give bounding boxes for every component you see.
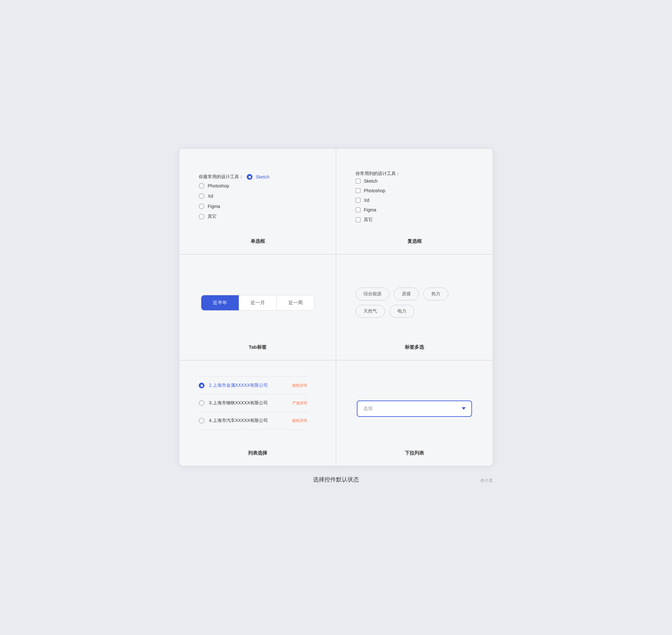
radio-header: 你最常用的设计工具： Sketch <box>199 174 269 180</box>
dropdown-select[interactable]: 选填 <box>357 400 472 417</box>
list-panel: 2.上海市金属XXXXX有限公司 能耗异常 3.上海市钢铁XXXXX有限公司 产… <box>179 360 336 466</box>
radio-circle-xd <box>199 193 204 199</box>
main-card: 你最常用的设计工具： Sketch Photoshop Xd <box>179 149 493 466</box>
tab-content: 近半年 近一月 近一周 <box>199 267 317 338</box>
tag-item-tianranqi[interactable]: 天然气 <box>355 305 385 318</box>
checkbox-label-other: 其它 <box>364 217 373 223</box>
checkbox-item-photoshop[interactable]: Photoshop <box>355 188 385 193</box>
radio-circle-photoshop <box>199 183 204 189</box>
checkbox-label-xd: Xd <box>364 198 369 203</box>
checkbox-box-other <box>355 217 361 222</box>
radio-item-sketch-inline[interactable]: Sketch <box>247 174 269 180</box>
radio-item-photoshop[interactable]: Photoshop <box>199 183 229 189</box>
radio-content: 你最常用的设计工具： Sketch Photoshop Xd <box>199 161 317 232</box>
list-item-name-3: 3.上海市钢铁XXXXX有限公司 <box>209 400 288 406</box>
checkbox-box-figma <box>355 207 361 213</box>
list-selection: 2.上海市金属XXXXX有限公司 能耗异常 3.上海市钢铁XXXXX有限公司 产… <box>199 376 307 430</box>
checkbox-label-photoshop: Photoshop <box>364 188 385 193</box>
dropdown-panel-label: 下拉列表 <box>355 450 473 456</box>
tag-group: 综合能源 原煤 热力 天然气 电力 <box>355 288 473 318</box>
tag-item-zhonghe[interactable]: 综合能源 <box>355 288 389 300</box>
checkbox-group: Sketch Photoshop Xd Figma <box>355 178 385 223</box>
checkbox-label-sketch: Sketch <box>364 178 377 183</box>
list-radio-2 <box>199 382 204 388</box>
list-item-4[interactable]: 4.上海市汽车XXXXX有限公司 能耗异常 <box>199 412 307 429</box>
checkbox-panel-label: 复选框 <box>355 238 473 244</box>
radio-question: 你最常用的设计工具： <box>199 174 243 180</box>
list-item-badge-4: 能耗异常 <box>292 418 307 423</box>
radio-item-other[interactable]: 其它 <box>199 214 229 219</box>
list-item-badge-3: 产值异常 <box>292 400 307 406</box>
list-panel-label: 列表选择 <box>199 450 317 456</box>
radio-item-figma[interactable]: Figma <box>199 203 229 209</box>
checkbox-item-other[interactable]: 其它 <box>355 217 385 223</box>
checkbox-box-xd <box>355 198 361 203</box>
tab-panel: 近半年 近一月 近一周 Tab标签 <box>179 254 336 360</box>
radio-label-xd: Xd <box>208 194 213 199</box>
tag-item-reli[interactable]: 热力 <box>424 288 448 300</box>
list-radio-4 <box>199 418 204 423</box>
radio-group: Photoshop Xd Figma 其它 <box>199 183 229 219</box>
list-content: 2.上海市金属XXXXX有限公司 能耗异常 3.上海市钢铁XXXXX有限公司 产… <box>199 373 317 444</box>
checkbox-item-xd[interactable]: Xd <box>355 198 385 203</box>
list-item-name-4: 4.上海市汽车XXXXX有限公司 <box>209 418 288 423</box>
tab-item-half-year[interactable]: 近半年 <box>201 295 239 310</box>
tag-panel-label: 标签多选 <box>355 344 473 350</box>
radio-circle-other <box>199 214 204 219</box>
radio-panel: 你最常用的设计工具： Sketch Photoshop Xd <box>179 149 336 254</box>
tag-panel: 综合能源 原煤 热力 天然气 电力 标签多选 <box>336 254 493 360</box>
checkbox-box-sketch <box>355 178 361 183</box>
dropdown-arrow-icon <box>462 407 465 410</box>
radio-label-photoshop: Photoshop <box>208 183 229 189</box>
tag-content: 综合能源 原煤 热力 天然气 电力 <box>355 267 473 338</box>
tab-panel-label: Tab标签 <box>199 344 317 350</box>
radio-item-xd[interactable]: Xd <box>199 193 229 199</box>
checkbox-item-figma[interactable]: Figma <box>355 207 385 213</box>
checkbox-question: 你常用到的设计工具： <box>355 171 400 177</box>
list-divider-bottom <box>199 429 307 430</box>
dropdown-placeholder: 选填 <box>363 406 373 412</box>
grid-layout: 你最常用的设计工具： Sketch Photoshop Xd <box>179 149 493 466</box>
radio-circle-figma <box>199 203 204 209</box>
list-item-name-2: 2.上海市金属XXXXX有限公司 <box>209 382 288 388</box>
radio-circle-sketch <box>247 174 253 180</box>
list-item-2[interactable]: 2.上海市金属XXXXX有限公司 能耗异常 <box>199 377 307 394</box>
tab-group: 近半年 近一月 近一周 <box>201 295 315 311</box>
page-author: @小龙 <box>480 478 493 483</box>
checkbox-item-sketch[interactable]: Sketch <box>355 178 385 183</box>
page-footer: 选择控件默认状态 @小龙 <box>179 466 493 486</box>
dropdown-content: 选填 <box>355 373 473 444</box>
radio-panel-label: 单选框 <box>199 238 317 244</box>
checkbox-label-figma: Figma <box>364 207 376 213</box>
tag-item-yuanmei[interactable]: 原煤 <box>394 288 419 300</box>
list-radio-3 <box>199 400 204 406</box>
tab-item-one-month[interactable]: 近一月 <box>239 295 277 310</box>
tab-item-one-week[interactable]: 近一周 <box>277 295 314 310</box>
radio-label-other: 其它 <box>208 214 217 219</box>
radio-label-figma: Figma <box>208 204 220 209</box>
dropdown-panel: 选填 下拉列表 <box>336 360 493 466</box>
checkbox-box-photoshop <box>355 188 361 193</box>
checkbox-panel: 你常用到的设计工具： Sketch Photoshop Xd <box>336 149 493 254</box>
list-item-badge-2: 能耗异常 <box>292 383 307 388</box>
checkbox-content: 你常用到的设计工具： Sketch Photoshop Xd <box>355 161 473 232</box>
tag-item-dianli[interactable]: 电力 <box>389 305 414 318</box>
page-title: 选择控件默认状态 <box>313 476 359 483</box>
list-item-3[interactable]: 3.上海市钢铁XXXXX有限公司 产值异常 <box>199 394 307 412</box>
radio-label-sketch: Sketch <box>256 174 269 179</box>
dropdown-container: 选填 <box>357 400 472 417</box>
